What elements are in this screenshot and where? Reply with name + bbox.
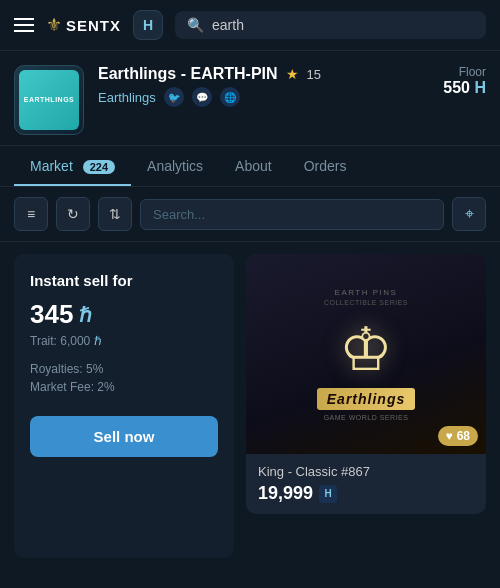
price-value: 345 <box>30 299 73 330</box>
nft-info: King - Classic #867 19,999 H <box>246 454 486 514</box>
likes-badge: ♥ 68 <box>438 426 478 446</box>
heart-icon: ♥ <box>446 429 453 443</box>
filter-icon: ≡ <box>27 206 35 222</box>
toolbar: ≡ ↻ ⇅ Search... ⌖ <box>0 187 500 242</box>
likes-count: 68 <box>457 429 470 443</box>
search-query-text: earth <box>212 17 244 33</box>
nft-currency-badge: H <box>319 485 337 503</box>
star-icon: ★ <box>286 66 299 82</box>
nft-card: EARTH PINS COLLECTIBLE SERIES ♔ Earthlin… <box>246 254 486 514</box>
chess-piece-icon: ♔ <box>317 314 415 384</box>
scan-icon: ⌖ <box>465 205 474 223</box>
collection-thumbnail: EARTHLINGS <box>14 65 84 135</box>
trait-row: Trait: 6,000 ℏ <box>30 334 218 348</box>
collection-header: EARTHLINGS Earthlings - EARTH-PIN ★ 15 E… <box>0 51 500 146</box>
collectible-label: COLLECTIBLE SERIES <box>317 299 415 306</box>
star-count: 15 <box>307 67 321 82</box>
refresh-button[interactable]: ↻ <box>56 197 90 231</box>
game-world-label: GAME WORLD SERIES <box>317 414 415 421</box>
collection-title-row: Earthlings - EARTH-PIN ★ 15 <box>98 65 429 83</box>
market-fee-row: Market Fee: 2% <box>30 380 218 394</box>
collection-name: Earthlings - EARTH-PIN <box>98 65 278 83</box>
tab-about[interactable]: About <box>219 146 288 186</box>
hamburger-menu-button[interactable] <box>14 18 34 32</box>
logo-wings-icon: ⚜ <box>46 14 62 36</box>
logo-area: ⚜ SENTX <box>46 14 121 36</box>
main-content: Instant sell for 345 ℏ Trait: 6,000 ℏ Ro… <box>0 242 500 570</box>
nft-image-area: EARTH PINS COLLECTIBLE SERIES ♔ Earthlin… <box>246 254 486 454</box>
hbar-symbol: ℏ <box>79 303 92 327</box>
search-placeholder: Search... <box>153 207 205 222</box>
h-badge[interactable]: H <box>133 10 163 40</box>
earth-pins-label: EARTH PINS <box>317 288 415 297</box>
floor-value: 550 H <box>443 79 486 97</box>
market-badge: 224 <box>83 160 115 174</box>
search-icon: 🔍 <box>187 17 204 33</box>
collection-info: Earthlings - EARTH-PIN ★ 15 Earthlings 🐦… <box>98 65 429 107</box>
earthlings-badge: Earthlings <box>317 388 415 410</box>
sell-panel: Instant sell for 345 ℏ Trait: 6,000 ℏ Ro… <box>14 254 234 558</box>
tab-bar: Market 224 Analytics About Orders <box>0 146 500 187</box>
collection-sub: Earthlings 🐦 💬 🌐 <box>98 87 429 107</box>
nft-card-panel: EARTH PINS COLLECTIBLE SERIES ♔ Earthlin… <box>246 254 486 558</box>
sort-icon: ⇅ <box>109 206 121 222</box>
sell-now-button[interactable]: Sell now <box>30 416 218 457</box>
nft-price: 19,999 <box>258 483 313 504</box>
search-input-area[interactable]: Search... <box>140 199 444 230</box>
sell-title: Instant sell for <box>30 272 218 289</box>
collection-subname: Earthlings <box>98 90 156 105</box>
search-area[interactable]: 🔍 earth <box>175 11 486 39</box>
royalties-row: Royalties: 5% <box>30 362 218 376</box>
scan-button[interactable]: ⌖ <box>452 197 486 231</box>
price-row: 345 ℏ <box>30 299 218 330</box>
globe-icon[interactable]: 🌐 <box>220 87 240 107</box>
twitter-icon[interactable]: 🐦 <box>164 87 184 107</box>
discord-icon[interactable]: 💬 <box>192 87 212 107</box>
nft-name: King - Classic #867 <box>258 464 474 479</box>
tab-analytics[interactable]: Analytics <box>131 146 219 186</box>
tab-market[interactable]: Market 224 <box>14 146 131 186</box>
sort-button[interactable]: ⇅ <box>98 197 132 231</box>
logo-text: SENTX <box>66 17 121 34</box>
thumbnail-inner: EARTHLINGS <box>19 70 79 130</box>
nft-price-row: 19,999 H <box>258 483 474 504</box>
refresh-icon: ↻ <box>67 206 79 222</box>
floor-area: Floor 550 H <box>443 65 486 97</box>
floor-label: Floor <box>443 65 486 79</box>
filter-button[interactable]: ≡ <box>14 197 48 231</box>
nft-image-content: EARTH PINS COLLECTIBLE SERIES ♔ Earthlin… <box>317 288 415 421</box>
tab-orders[interactable]: Orders <box>288 146 363 186</box>
top-navigation: ⚜ SENTX H 🔍 earth <box>0 0 500 51</box>
